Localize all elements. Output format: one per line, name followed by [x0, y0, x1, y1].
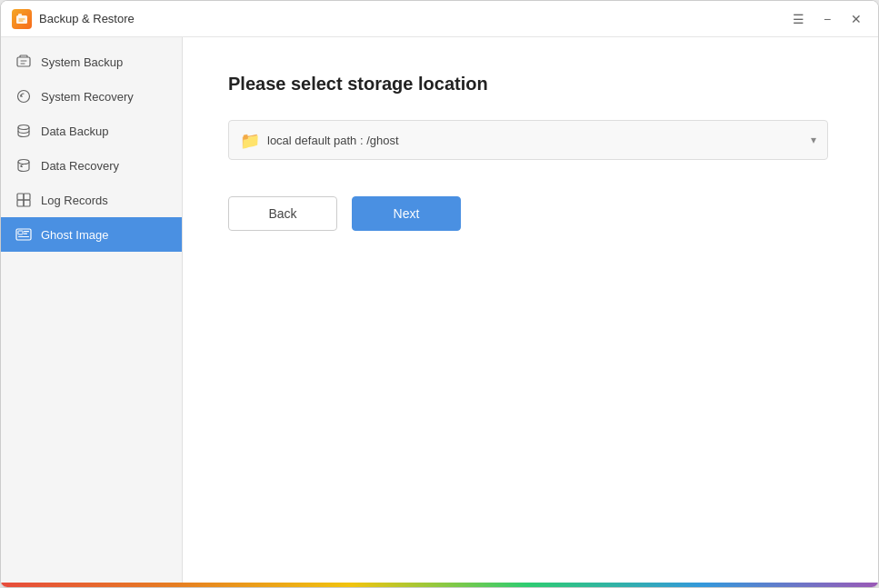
- app-window: Backup & Restore ☰ − ✕ System Backup: [0, 0, 879, 588]
- ghost-image-icon: [15, 226, 32, 243]
- sidebar-item-system-backup-label: System Backup: [41, 55, 123, 69]
- bottom-accent-bar: [1, 583, 878, 587]
- svg-rect-2: [17, 57, 30, 66]
- storage-location-select[interactable]: 📁 local default path : /ghost ▾: [228, 120, 828, 160]
- svg-rect-14: [18, 236, 29, 237]
- folder-icon: 📁: [240, 131, 258, 149]
- minimize-button[interactable]: −: [816, 8, 838, 30]
- sidebar-item-log-records[interactable]: Log Records: [1, 183, 182, 217]
- sidebar-item-ghost-image[interactable]: Ghost Image: [1, 217, 182, 252]
- app-title: Backup & Restore: [39, 12, 787, 25]
- sidebar-item-system-backup[interactable]: System Backup: [1, 45, 182, 79]
- system-backup-icon: [15, 54, 32, 70]
- sidebar-item-log-records-label: Log Records: [41, 194, 108, 207]
- svg-rect-7: [24, 194, 30, 200]
- sidebar-item-system-recovery-label: System Recovery: [41, 90, 134, 104]
- sidebar-item-data-backup-label: Data Backup: [41, 125, 108, 138]
- svg-rect-6: [17, 194, 24, 200]
- data-backup-icon: [15, 123, 32, 139]
- close-button[interactable]: ✕: [845, 8, 867, 30]
- svg-rect-12: [24, 231, 29, 232]
- storage-path-text: local default path : /ghost: [267, 134, 811, 147]
- sidebar-item-data-recovery-label: Data Recovery: [41, 159, 119, 173]
- sidebar-item-system-recovery[interactable]: System Recovery: [1, 79, 182, 114]
- system-recovery-icon: [15, 88, 32, 105]
- back-button[interactable]: Back: [228, 196, 337, 231]
- next-button[interactable]: Next: [352, 196, 461, 231]
- svg-rect-9: [24, 200, 30, 206]
- sidebar-item-data-backup[interactable]: Data Backup: [1, 114, 182, 148]
- svg-point-4: [18, 125, 29, 130]
- menu-button[interactable]: ☰: [787, 8, 809, 30]
- window-controls: ☰ − ✕: [787, 8, 867, 30]
- svg-rect-11: [18, 231, 23, 234]
- main-content: Please select storage location 📁 local d…: [183, 37, 878, 583]
- action-buttons: Back Next: [228, 196, 833, 231]
- titlebar: Backup & Restore ☰ − ✕: [1, 1, 878, 37]
- svg-point-5: [18, 160, 29, 164]
- data-recovery-icon: [15, 157, 32, 174]
- svg-rect-13: [24, 234, 27, 234]
- sidebar: System Backup System Recovery: [1, 37, 183, 583]
- svg-rect-8: [17, 200, 24, 206]
- svg-rect-1: [18, 14, 22, 16]
- dropdown-arrow-icon: ▾: [811, 134, 816, 146]
- page-title: Please select storage location: [228, 74, 833, 95]
- app-icon: [12, 9, 32, 29]
- content-area: System Backup System Recovery: [1, 37, 878, 583]
- sidebar-item-data-recovery[interactable]: Data Recovery: [1, 148, 182, 183]
- svg-point-3: [18, 91, 30, 103]
- log-records-icon: [15, 192, 32, 208]
- sidebar-item-ghost-image-label: Ghost Image: [41, 228, 108, 242]
